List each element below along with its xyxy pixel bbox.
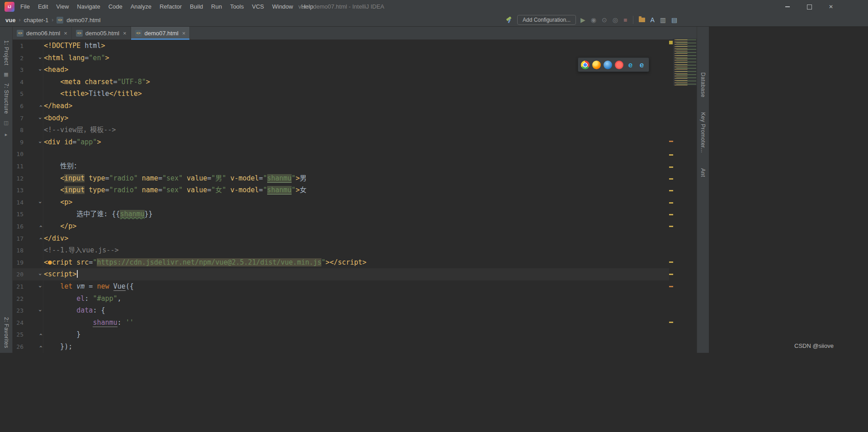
- breadcrumb-item-chapter-1[interactable]: chapter-1: [24, 17, 48, 24]
- code-line[interactable]: 18<!--1.导入vue.js-->: [13, 244, 669, 256]
- code-line[interactable]: 17›</div>: [13, 233, 669, 245]
- line-number[interactable]: 22: [13, 293, 24, 305]
- menu-tools[interactable]: Tools: [226, 0, 248, 14]
- warning-mark[interactable]: [669, 166, 673, 168]
- warning-mark[interactable]: [669, 274, 673, 275]
- warning-mark[interactable]: [669, 190, 673, 191]
- debug-icon[interactable]: ◉: [591, 17, 596, 23]
- menu-window[interactable]: Window: [268, 0, 297, 14]
- code-line[interactable]: 9›<div id="app">: [13, 136, 669, 148]
- line-number[interactable]: 14: [13, 196, 24, 209]
- line-number[interactable]: 4: [13, 76, 24, 88]
- line-number[interactable]: 7: [13, 112, 24, 124]
- tool-button-key-promoter[interactable]: Key Promoter...: [700, 112, 706, 153]
- code-line[interactable]: 24 shanmu: '': [13, 317, 669, 329]
- tab-demo07-html[interactable]: <>demo07.html×: [131, 27, 190, 39]
- code-line[interactable]: 15 选中了谁: {{shanmu}}: [13, 208, 669, 220]
- run-icon[interactable]: ▶: [580, 17, 585, 23]
- line-number[interactable]: 5: [13, 88, 24, 100]
- code-line[interactable]: 13 <input type="radio" name="sex" value=…: [13, 184, 669, 196]
- line-number[interactable]: 6: [13, 100, 24, 112]
- code-line[interactable]: 14› <p>: [13, 196, 669, 209]
- line-number[interactable]: 12: [13, 172, 24, 185]
- line-number[interactable]: 24: [13, 317, 24, 329]
- line-number[interactable]: 3: [13, 64, 24, 76]
- fold-down-icon[interactable]: ›: [37, 199, 44, 205]
- translate-icon[interactable]: A: [651, 17, 655, 23]
- tool-button-ant[interactable]: Ant: [700, 168, 706, 177]
- warning-mark[interactable]: [669, 202, 673, 204]
- code-line[interactable]: 5 <title>Title</title>: [13, 88, 669, 100]
- line-number[interactable]: 11: [13, 160, 24, 172]
- line-number[interactable]: 26: [13, 341, 24, 353]
- line-number[interactable]: 10: [13, 148, 24, 160]
- line-number[interactable]: 16: [13, 220, 24, 233]
- breadcrumb-item-vue[interactable]: vue: [5, 17, 15, 24]
- close-icon[interactable]: ✕: [820, 0, 842, 14]
- fold-down-icon[interactable]: ›: [37, 67, 44, 73]
- code-line[interactable]: 25› }: [13, 328, 669, 341]
- minimap[interactable]: [673, 39, 697, 86]
- code-line[interactable]: 4 <meta charset="UTF-8">: [13, 76, 669, 88]
- fold-down-icon[interactable]: ›: [37, 139, 44, 145]
- safari-icon[interactable]: [604, 61, 612, 69]
- opera-icon[interactable]: [615, 61, 623, 69]
- run-coverage-icon[interactable]: ⊙: [602, 17, 607, 23]
- breadcrumb-file[interactable]: demo07.html: [66, 17, 100, 24]
- warning-mark[interactable]: [669, 141, 673, 142]
- line-number[interactable]: 9: [13, 136, 24, 148]
- warning-mark[interactable]: [669, 226, 673, 227]
- code-line[interactable]: 8<!--view层，模板-->: [13, 124, 669, 136]
- warning-mark[interactable]: [669, 178, 673, 180]
- ie-icon[interactable]: e: [637, 61, 646, 69]
- line-number[interactable]: 20: [13, 268, 24, 280]
- profiler-icon[interactable]: ◎: [613, 17, 618, 23]
- tool-button-2-favorites[interactable]: 2: Favorites: [3, 317, 9, 348]
- line-number[interactable]: 8: [13, 124, 24, 136]
- code-line[interactable]: 10: [13, 148, 669, 160]
- menu-file[interactable]: File: [16, 0, 34, 14]
- menu-edit[interactable]: Edit: [34, 0, 52, 14]
- menu-run[interactable]: Run: [207, 0, 226, 14]
- line-number[interactable]: 18: [13, 244, 24, 256]
- minimize-icon[interactable]: [777, 0, 798, 14]
- code-line[interactable]: 1<!DOCTYPE html>: [13, 40, 669, 52]
- scratches-icon[interactable]: ◫: [4, 120, 8, 126]
- pin-icon[interactable]: ▸: [5, 132, 8, 138]
- close-icon[interactable]: ×: [64, 30, 67, 37]
- chrome-icon[interactable]: [581, 61, 590, 69]
- code-line[interactable]: 20›<script>: [13, 268, 669, 280]
- line-number[interactable]: 15: [13, 208, 24, 220]
- menu-navigate[interactable]: Navigate: [73, 0, 104, 14]
- menu-refactor[interactable]: Refactor: [156, 0, 186, 14]
- add-configuration-button[interactable]: Add Configuration...: [517, 15, 576, 25]
- code-line[interactable]: 26› });: [13, 341, 669, 353]
- code-line[interactable]: 19<cript src="https://cdn.jsdelivr.net/n…: [13, 256, 669, 269]
- menu-vcs[interactable]: VCS: [248, 0, 268, 14]
- firefox-icon[interactable]: [592, 61, 601, 69]
- fold-up-icon[interactable]: ›: [37, 332, 44, 337]
- menu-view[interactable]: View: [52, 0, 73, 14]
- code-line[interactable]: 21› let vm = new Vue({: [13, 280, 669, 293]
- folder-icon[interactable]: ▦: [4, 71, 8, 77]
- line-number[interactable]: 13: [13, 184, 24, 196]
- editor[interactable]: 1<!DOCTYPE html>2›<html lang="en">3›<hea…: [13, 40, 697, 432]
- code-line[interactable]: 11 性别：: [13, 160, 669, 172]
- code-line[interactable]: 2›<html lang="en">: [13, 52, 669, 64]
- menu-code[interactable]: Code: [104, 0, 127, 14]
- tab-demo05-html[interactable]: <>demo05.html×: [72, 27, 131, 39]
- stop-icon[interactable]: ■: [623, 17, 627, 23]
- code-line[interactable]: 7›<body>: [13, 112, 669, 124]
- code-line[interactable]: 16› </p>: [13, 220, 669, 233]
- maximize-icon[interactable]: [798, 0, 820, 14]
- close-icon[interactable]: ×: [182, 30, 186, 37]
- line-number[interactable]: 25: [13, 328, 24, 341]
- fold-up-icon[interactable]: ›: [37, 344, 44, 350]
- fold-up-icon[interactable]: ›: [37, 223, 44, 229]
- code-line[interactable]: 6›</head>: [13, 100, 669, 112]
- line-number[interactable]: 23: [13, 304, 24, 317]
- fold-up-icon[interactable]: ›: [37, 103, 44, 109]
- tool-button-database[interactable]: Database: [700, 72, 706, 97]
- fold-down-icon[interactable]: ›: [37, 55, 44, 61]
- line-number[interactable]: 17: [13, 233, 24, 245]
